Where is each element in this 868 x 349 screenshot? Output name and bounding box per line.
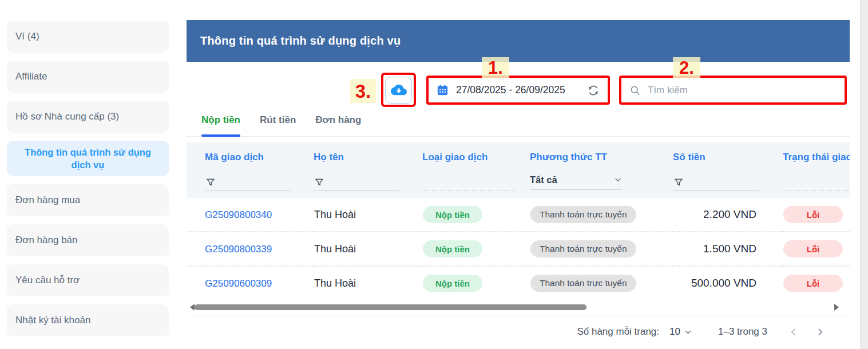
table-row: G25090800340 Thu Hoài Nộp tiền Thanh toá…	[187, 198, 850, 232]
status-badge: Lỗi	[783, 240, 843, 257]
transactions-table-container: Mã giao dịch Họ tên	[187, 142, 850, 300]
filter-icon	[205, 177, 216, 188]
page: Ví (4) Affiliate Hồ sơ Nhà cung cấp (3) …	[0, 0, 868, 349]
main-panel: Thông tin quá trình sử dụng dịch vụ 1. 2…	[187, 20, 850, 349]
status-badge: Lỗi	[783, 206, 843, 223]
table-row: G25090600309 Thu Hoài Nộp tiền Thanh toá…	[187, 266, 850, 300]
previous-page-button[interactable]	[787, 326, 800, 339]
customer-name: Thu Hoài	[314, 266, 422, 300]
calendar-icon	[436, 84, 449, 97]
export-download-button[interactable]	[385, 77, 412, 104]
table-row: G25090800339 Thu Hoài Nộp tiền Thanh toá…	[187, 232, 850, 266]
next-page-button[interactable]	[814, 326, 827, 339]
payment-method-badge: Thanh toán trực tuyến	[530, 206, 636, 223]
search-input[interactable]	[647, 84, 837, 97]
column-phuong-thuc-tt: Phương thức TT Tất cả	[530, 142, 673, 198]
chevron-down-icon	[613, 175, 623, 184]
tab-don-hang[interactable]: Đơn hàng	[315, 114, 361, 136]
page-title: Thông tin quá trình sử dụng dịch vụ	[200, 34, 401, 47]
sidebar-item-vi[interactable]: Ví (4)	[7, 21, 169, 53]
search-box	[621, 78, 845, 102]
page-range-label: 1–3 trong 3	[718, 326, 767, 338]
amount-value: 500.000 VND	[673, 266, 783, 300]
sidebar-item-nhat-ky-tai-khoan[interactable]: Nhật ký tài khoản	[7, 304, 169, 336]
filter-select-value: Tất cả	[530, 174, 557, 185]
status-badge: Lỗi	[783, 275, 843, 292]
filter-icon	[673, 177, 684, 188]
annotation-box-download	[381, 73, 416, 107]
page-vertical-scrollbar[interactable]	[860, 0, 868, 349]
chevron-down-icon	[684, 328, 692, 336]
rows-per-page-select[interactable]: 10	[669, 326, 692, 338]
customer-name: Thu Hoài	[314, 232, 422, 266]
horizontal-scrollbar-thumb[interactable]	[195, 304, 586, 310]
filter-loai-giao-dich[interactable]	[422, 171, 514, 191]
amount-value: 2.200 VND	[673, 198, 783, 232]
chevron-right-icon	[815, 327, 826, 338]
sidebar-item-yeu-cau-ho-tro[interactable]: Yêu cầu hỗ trợ	[7, 264, 169, 296]
column-so-tien: Số tiền	[673, 142, 783, 198]
column-loai-giao-dich: Loại giao dịch	[422, 142, 530, 198]
sidebar-item-thong-tin-qua-trinh[interactable]: Thông tin quá trình sử dụng dịch vụ	[7, 141, 169, 176]
column-trang-thai-giao-dich: Trạng thái giao dịch	[783, 142, 850, 198]
amount-value: 1.500 VND	[673, 232, 783, 266]
tab-bar: Nộp tiền Rút tiền Đơn hàng	[187, 114, 850, 137]
tab-rut-tien[interactable]: Rút tiền	[260, 114, 296, 136]
transaction-code-link[interactable]: G25090800340	[205, 209, 272, 220]
transaction-type-badge: Nộp tiền	[423, 275, 482, 292]
filter-icon	[314, 177, 325, 188]
panel-header: Thông tin quá trình sử dụng dịch vụ	[187, 20, 850, 62]
cloud-download-icon	[391, 82, 407, 98]
date-range-value: 27/08/2025 - 26/09/2025	[456, 84, 580, 96]
payment-method-badge: Thanh toán trực tuyến	[530, 275, 636, 292]
search-icon	[629, 85, 641, 96]
tab-nop-tien[interactable]: Nộp tiền	[201, 114, 240, 136]
filter-trang-thai[interactable]	[783, 171, 850, 191]
filter-ho-ten[interactable]	[314, 171, 399, 191]
annotation-box-search	[619, 76, 847, 105]
transaction-type-badge: Nộp tiền	[423, 240, 482, 257]
refresh-icon[interactable]	[586, 84, 600, 97]
sidebar-item-don-hang-mua[interactable]: Đơn hàng mua	[7, 184, 169, 216]
sidebar-item-ho-so-nha-cung-cap[interactable]: Hồ sơ Nhà cung cấp (3)	[7, 101, 169, 133]
sidebar-item-affiliate[interactable]: Affiliate	[7, 61, 169, 93]
sidebar-item-don-hang-ban[interactable]: Đơn hàng bán	[7, 224, 169, 256]
annotation-step-3: 3.	[350, 79, 376, 103]
annotation-box-date-range: 27/08/2025 - 26/09/2025	[426, 76, 610, 105]
controls-bar: 1. 2. 3.	[187, 62, 850, 114]
transaction-code-link[interactable]: G25090600309	[205, 278, 272, 289]
column-ho-ten: Họ tên	[314, 142, 422, 198]
filter-phuong-thuc-select[interactable]: Tất cả	[530, 171, 623, 190]
customer-name: Thu Hoài	[314, 198, 422, 232]
transactions-table: Mã giao dịch Họ tên	[187, 142, 850, 300]
payment-method-badge: Thanh toán trực tuyến	[530, 240, 636, 257]
date-range-picker[interactable]: 27/08/2025 - 26/09/2025	[429, 78, 608, 102]
filter-so-tien[interactable]	[673, 171, 759, 191]
rows-per-page-value: 10	[669, 326, 680, 338]
horizontal-scrollbar	[187, 303, 850, 311]
annotation-step-1: 1.	[482, 57, 509, 78]
chevron-left-icon	[788, 327, 799, 338]
transaction-code-link[interactable]: G25090800339	[205, 244, 272, 255]
column-ma-giao-dich: Mã giao dịch	[187, 142, 314, 198]
pagination-bar: Số hàng mỗi trang: 10 1–3 trong 3	[187, 316, 850, 347]
scroll-left-arrow-icon[interactable]	[190, 304, 195, 311]
transaction-type-badge: Nộp tiền	[423, 206, 482, 223]
sidebar: Ví (4) Affiliate Hồ sơ Nhà cung cấp (3) …	[7, 21, 169, 336]
annotation-step-2: 2.	[673, 57, 700, 78]
table-header-row: Mã giao dịch Họ tên	[187, 142, 850, 198]
filter-ma-giao-dich[interactable]	[205, 171, 291, 191]
rows-per-page-label: Số hàng mỗi trang:	[577, 326, 659, 338]
scroll-right-arrow-icon[interactable]	[834, 304, 839, 311]
